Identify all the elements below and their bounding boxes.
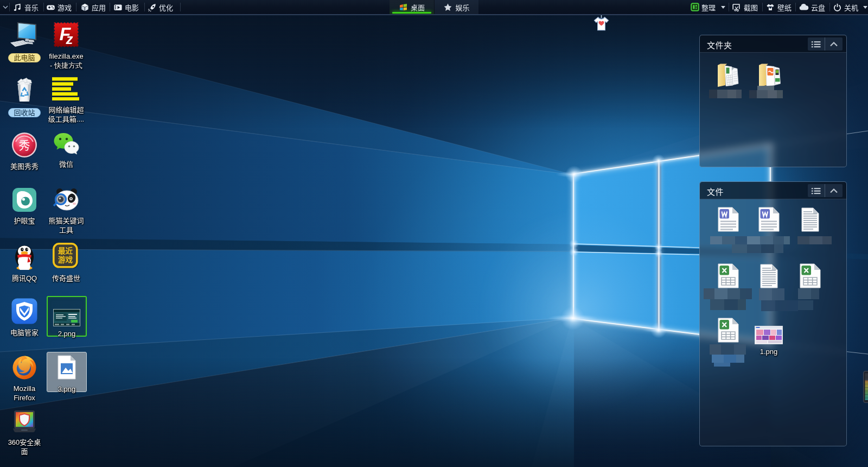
svg-text:秀: 秀 — [19, 136, 30, 153]
svg-text:z: z — [66, 31, 73, 47]
svg-text:游戏: 游戏 — [58, 254, 73, 264]
